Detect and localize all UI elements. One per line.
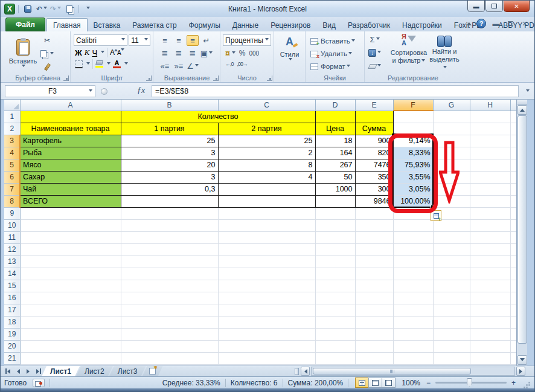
cell-G11[interactable] (433, 231, 470, 243)
cell-C14[interactable] (218, 268, 315, 280)
row-header-9[interactable]: 9 (4, 207, 20, 219)
restore-button[interactable] (485, 1, 503, 12)
cell-A7[interactable]: Чай (20, 183, 121, 195)
cell-E1[interactable] (355, 111, 393, 123)
cell-B5[interactable]: 20 (121, 159, 218, 171)
cell-H11[interactable] (470, 231, 510, 243)
cell-E16[interactable] (355, 292, 393, 304)
cell-G6[interactable] (433, 171, 470, 183)
cell-D6[interactable]: 50 (315, 171, 355, 183)
cell-D3[interactable]: 18 (315, 135, 355, 147)
wrap-text-button[interactable]: ↵ (200, 35, 213, 46)
font-size-combo[interactable]: 11 (129, 34, 150, 46)
cell-G1[interactable] (433, 111, 470, 123)
bold-button[interactable]: Ж (75, 48, 82, 57)
cell-C11[interactable] (218, 231, 315, 243)
column-header-H[interactable]: H (470, 100, 510, 111)
cell-H18[interactable] (470, 316, 510, 328)
row-header-2[interactable]: 2 (4, 123, 20, 135)
row-header-4[interactable]: 4 (4, 147, 20, 159)
sheet-tab-Лист3[interactable]: Лист3 (109, 366, 146, 376)
cell-D1[interactable] (315, 111, 355, 123)
row-header-19[interactable]: 19 (4, 328, 20, 340)
cell-A19[interactable] (20, 328, 121, 340)
cell-F15[interactable] (393, 280, 433, 292)
cell-partial-13[interactable] (510, 255, 516, 268)
cell-F21[interactable] (393, 352, 433, 364)
cell-C4[interactable]: 2 (218, 147, 315, 159)
cell-B17[interactable] (121, 304, 218, 316)
align-left-button[interactable]: ≣ (159, 48, 171, 59)
cell-A11[interactable] (20, 231, 121, 243)
customize-qat-button[interactable] (82, 4, 94, 14)
cell-E17[interactable] (355, 304, 393, 316)
row-header-5[interactable]: 5 (4, 159, 20, 171)
ribbon-tab-Данные[interactable]: Данные (226, 19, 264, 31)
cell-H3[interactable] (470, 135, 510, 147)
cell-D18[interactable] (315, 316, 355, 328)
column-header-D[interactable]: D (315, 100, 355, 111)
clipboard-dialog-launcher[interactable] (63, 76, 69, 81)
cell-F17[interactable] (393, 304, 433, 316)
cell-B3[interactable]: 25 (121, 135, 218, 147)
horizontal-scrollbar[interactable] (311, 367, 515, 376)
cell-partial-8[interactable] (510, 195, 516, 207)
cell-B9[interactable] (121, 207, 218, 219)
macro-record-button[interactable] (33, 379, 45, 387)
underline-button[interactable]: Ч (92, 48, 97, 57)
minimize-ribbon-icon[interactable] (467, 20, 472, 25)
cell-partial-7[interactable] (510, 183, 516, 195)
cell-B1-C1-merged[interactable]: Количество (121, 111, 315, 123)
cell-C2[interactable]: 2 партия (218, 123, 315, 135)
cell-A13[interactable] (20, 255, 121, 268)
cell-C8[interactable] (218, 195, 315, 207)
cell-F18[interactable] (393, 316, 433, 328)
ribbon-tab-Формулы[interactable]: Формулы (183, 19, 226, 31)
insert-function-button[interactable]: ƒx (137, 86, 145, 95)
ribbon-tab-Рецензиров[interactable]: Рецензиров (264, 19, 316, 31)
cell-A17[interactable] (20, 304, 121, 316)
vertical-split-box[interactable] (517, 100, 527, 104)
row-header-6[interactable]: 6 (4, 171, 20, 183)
format-cells-button[interactable]: Формат (310, 62, 362, 71)
cell-partial-1[interactable] (510, 111, 516, 123)
format-painter-button[interactable] (40, 62, 54, 72)
minimize-button[interactable]: ▬ (467, 1, 485, 12)
cell-H2[interactable] (470, 123, 510, 135)
cell-F16[interactable] (393, 292, 433, 304)
font-name-combo[interactable]: Calibri (74, 34, 127, 46)
cell-H1[interactable] (470, 111, 510, 123)
cell-H10[interactable] (470, 219, 510, 231)
paste-button[interactable]: Вставить (9, 34, 37, 74)
cell-C13[interactable] (218, 255, 315, 268)
borders-button[interactable] (75, 60, 83, 68)
currency-dropdown-icon[interactable] (232, 51, 235, 56)
vertical-scroll-thumb[interactable] (517, 115, 527, 344)
cell-B18[interactable] (121, 316, 218, 328)
cell-B21[interactable] (121, 352, 218, 364)
cell-A8[interactable]: ВСЕГО (20, 195, 121, 207)
cell-F14[interactable] (393, 268, 433, 280)
column-header-G[interactable]: G (433, 100, 470, 111)
cell-A18[interactable] (20, 316, 121, 328)
cell-C5[interactable]: 8 (218, 159, 315, 171)
ribbon-tab-Разработчик[interactable]: Разработчик (342, 19, 396, 31)
cell-B7[interactable]: 0,3 (121, 183, 218, 195)
cell-E4[interactable]: 820 (355, 147, 393, 159)
cell-H6[interactable] (470, 171, 510, 183)
row-header-17[interactable]: 17 (4, 304, 20, 316)
align-top-button[interactable]: ≡ (159, 35, 171, 46)
name-box[interactable]: F3 (5, 85, 95, 97)
fill-button[interactable]: ↓ (368, 48, 381, 58)
zoom-slider-thumb[interactable] (467, 378, 472, 387)
zoom-level[interactable]: 100% (402, 379, 420, 387)
cell-B2[interactable]: 1 партия (121, 123, 218, 135)
column-header-partial[interactable] (510, 100, 516, 111)
autofill-options-button[interactable] (431, 210, 441, 221)
cell-A2[interactable]: Наименование товара (20, 123, 121, 135)
cell-A5[interactable]: Мясо (20, 159, 121, 171)
cell-partial-15[interactable] (510, 280, 516, 292)
cell-H16[interactable] (470, 292, 510, 304)
cell-B6[interactable]: 3 (121, 171, 218, 183)
cell-G4[interactable] (433, 147, 470, 159)
